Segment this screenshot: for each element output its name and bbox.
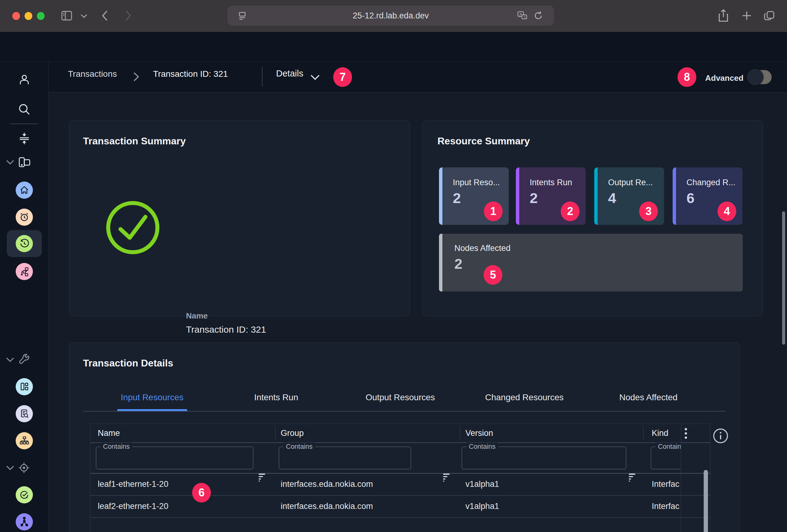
new-tab-icon[interactable]	[742, 10, 752, 21]
resource-tile-output-resources[interactable]: Output Re... 4 3	[594, 168, 664, 225]
resource-tile-intents-run[interactable]: Intents Run 2 2	[516, 168, 586, 225]
tile-value: 2	[454, 255, 462, 272]
annotation-badge-2: 2	[561, 201, 579, 221]
column-header-version[interactable]: Version	[465, 424, 493, 442]
resource-tile-changed-resources[interactable]: Changed R... 6 4	[673, 168, 742, 225]
sidebar-item-health[interactable]	[16, 486, 33, 504]
field-value-name: Transaction ID: 321	[186, 324, 266, 335]
chevron-down-icon[interactable]	[6, 357, 14, 362]
cell-name: leaf1-ethernet-1-20	[98, 473, 168, 495]
column-divider	[275, 426, 275, 441]
group-filter-input[interactable]: Contains	[279, 447, 411, 469]
column-divider	[681, 424, 681, 532]
chevron-down-icon[interactable]	[81, 14, 87, 18]
tile-value: 4	[608, 190, 616, 206]
screen: 25-12.rd.lab.eda.dev A 文	[0, 0, 787, 532]
tab-changed-resources[interactable]: Changed Resources	[462, 383, 587, 411]
table-row[interactable]: leaf1-ethernet-1-20 interfaces.eda.nokia…	[90, 473, 681, 495]
sidebar-item-workflows[interactable]	[16, 263, 33, 280]
close-window-button[interactable]	[12, 12, 20, 20]
table-scrollbar-thumb[interactable]	[704, 470, 708, 532]
version-filter-input[interactable]: Contains	[462, 447, 626, 469]
forward-button[interactable]	[122, 9, 134, 22]
search-icon[interactable]	[18, 103, 31, 116]
user-icon[interactable]	[18, 73, 31, 86]
resource-summary-card: Resource Summary Input Reso... 2 1 Inten…	[422, 120, 763, 316]
view-selector[interactable]: Details	[276, 68, 303, 79]
tile-value: 2	[530, 190, 538, 206]
target-icon[interactable]	[18, 462, 30, 474]
annotation-badge-3: 3	[639, 201, 658, 221]
page-format-icon[interactable]	[237, 11, 247, 21]
name-filter-input[interactable]: Contains	[96, 447, 253, 469]
browser-chrome: 25-12.rd.lab.eda.dev A 文	[0, 0, 787, 32]
address-bar[interactable]: 25-12.rd.lab.eda.dev A 文	[228, 5, 554, 26]
column-header-name[interactable]: Name	[98, 424, 120, 442]
input-resources-table: Name Group Version Kind Contains	[90, 424, 710, 532]
tile-value: 2	[453, 190, 461, 206]
chevron-down-icon[interactable]	[6, 465, 14, 470]
breadcrumb-transactions[interactable]: Transactions	[68, 69, 117, 79]
panels-icon[interactable]	[18, 156, 31, 169]
wrench-icon[interactable]	[18, 354, 30, 366]
sidebar-item-nodes[interactable]	[16, 513, 33, 530]
tab-overview-icon[interactable]	[763, 9, 775, 22]
tab-nodes-affected[interactable]: Nodes Affected	[586, 383, 710, 411]
resource-tile-input-resources[interactable]: Input Reso... 2 1	[439, 168, 509, 225]
cell-name: leaf2-ethernet-1-20	[98, 495, 168, 517]
sidebar-item-topology[interactable]	[16, 432, 33, 449]
sidebar-item-alarms[interactable]	[16, 208, 33, 226]
transaction-details-card: Transaction Details Input Resources Inte…	[69, 342, 740, 532]
table-row[interactable]: leaf2-ethernet-1-20 interfaces.eda.nokia…	[90, 495, 681, 517]
sidebar-item-home[interactable]	[16, 181, 33, 199]
tab-intents-run[interactable]: Intents Run	[214, 383, 339, 411]
url-text: 25-12.rd.lab.eda.dev	[353, 11, 429, 21]
breadcrumb-divider	[262, 67, 262, 87]
minimize-window-button[interactable]	[25, 12, 32, 20]
details-tabs: Input Resources Intents Run Output Resou…	[90, 383, 710, 411]
sidebar-toggle-icon[interactable]	[60, 9, 73, 22]
sidebar-item-audit[interactable]	[16, 405, 33, 422]
collapse-icon[interactable]	[18, 132, 31, 145]
tile-label: Intents Run	[530, 178, 572, 187]
tab-input-resources[interactable]: Input Resources	[90, 383, 214, 411]
zoom-window-button[interactable]	[37, 12, 45, 20]
transaction-summary-card: Transaction Summary Commit Successful Na…	[69, 120, 410, 316]
column-header-group[interactable]: Group	[281, 424, 304, 442]
cell-group: interfaces.eda.nokia.com	[281, 473, 373, 495]
chevron-down-icon[interactable]	[6, 160, 14, 164]
commit-success-icon	[104, 198, 162, 257]
tile-label: Output Re...	[608, 178, 653, 187]
kind-filter-clip: Contains	[651, 442, 681, 473]
translate-icon[interactable]: A 文	[517, 11, 528, 21]
breadcrumb-chevron-icon	[133, 72, 139, 82]
resource-tile-nodes-affected[interactable]: Nodes Affected 2 5	[439, 234, 743, 291]
advanced-toggle[interactable]	[748, 70, 772, 84]
column-header-kind[interactable]: Kind	[652, 424, 668, 442]
annotation-badge-5: 5	[484, 265, 502, 285]
annotation-badge-7: 7	[333, 67, 352, 87]
share-icon[interactable]	[718, 8, 729, 23]
column-divider	[643, 426, 643, 441]
cell-group: interfaces.eda.nokia.com	[281, 495, 373, 517]
tab-output-resources[interactable]: Output Resources	[338, 383, 462, 411]
reload-icon[interactable]	[533, 10, 544, 21]
kind-filter-input[interactable]: Contains	[651, 447, 681, 469]
info-icon[interactable]	[712, 428, 729, 444]
view-selector-chevron-down-icon[interactable]	[311, 75, 320, 80]
annotation-badge-8: 8	[678, 67, 696, 87]
tabs-underline	[83, 411, 726, 412]
tile-value: 6	[686, 190, 695, 206]
filter-label: Contains	[466, 443, 498, 450]
sidebar	[0, 62, 48, 532]
table-menu-kebab-icon[interactable]	[684, 427, 688, 439]
sidebar-item-components[interactable]	[16, 378, 33, 395]
row-separator	[90, 517, 710, 518]
breadcrumb-current: Transaction ID: 321	[153, 69, 228, 79]
back-button[interactable]	[99, 9, 111, 22]
page-scrollbar-thumb[interactable]	[782, 211, 785, 345]
sidebar-item-transactions-history[interactable]	[16, 235, 33, 252]
cell-version: v1alpha1	[465, 473, 499, 495]
filter-label: Contains	[655, 443, 681, 450]
toggle-knob[interactable]	[747, 69, 763, 85]
